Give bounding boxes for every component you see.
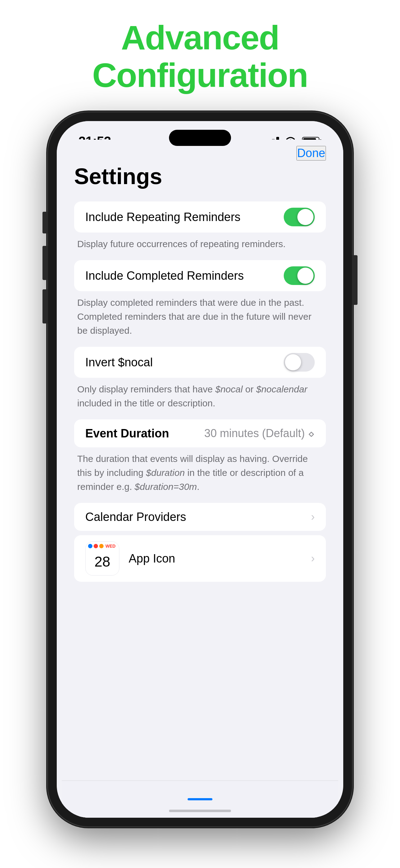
repeating-reminders-card: Include Repeating Reminders xyxy=(74,202,326,232)
invert-nocal-label: Invert $nocal xyxy=(85,356,153,369)
repeating-reminders-description: Display future occurrences of repeating … xyxy=(74,237,326,251)
settings-sheet: Done Settings Include Repeating Reminder… xyxy=(62,140,338,818)
invert-nocal-row: Invert $nocal xyxy=(85,347,315,378)
app-icon-label: App Icon xyxy=(129,552,175,565)
bottom-tab-bar xyxy=(62,780,338,818)
invert-nocal-description: Only display reminders that have $nocal … xyxy=(74,382,326,410)
home-indicator xyxy=(169,810,231,812)
event-duration-description: The duration that events will display as… xyxy=(74,452,326,494)
completed-reminders-description: Display completed reminders that were du… xyxy=(74,296,326,337)
calendar-providers-card[interactable]: Calendar Providers › xyxy=(74,503,326,531)
chevron-right-icon: › xyxy=(311,510,315,523)
completed-reminders-card: Include Completed Reminders xyxy=(74,260,326,291)
calendar-providers-row[interactable]: Calendar Providers › xyxy=(85,503,315,531)
settings-heading: Settings xyxy=(74,164,326,189)
invert-nocal-card: Invert $nocal xyxy=(74,347,326,378)
cal-dot-orange xyxy=(99,544,104,548)
volume-down-button[interactable] xyxy=(42,289,48,323)
invert-nocal-toggle[interactable] xyxy=(284,353,315,372)
silent-button[interactable] xyxy=(42,212,48,234)
app-icon-card[interactable]: WED 28 App Icon › xyxy=(74,535,326,582)
event-duration-row[interactable]: Event Duration 30 minutes (Default) xyxy=(85,420,315,447)
repeating-reminders-toggle[interactable] xyxy=(284,208,315,226)
completed-reminders-label: Include Completed Reminders xyxy=(85,269,244,282)
done-button[interactable]: Done xyxy=(296,146,326,160)
app-icon-image: WED 28 xyxy=(85,541,120,576)
toggle-thumb-3 xyxy=(285,354,301,370)
tab-indicator xyxy=(188,798,212,800)
completed-reminders-toggle[interactable] xyxy=(284,266,315,285)
repeating-reminders-label: Include Repeating Reminders xyxy=(85,211,241,224)
event-duration-card: Event Duration 30 minutes (Default) xyxy=(74,420,326,447)
phone-device: 21:52 xyxy=(48,113,352,827)
cal-day-number: 28 xyxy=(94,554,110,569)
phone-screen: 21:52 xyxy=(57,121,343,818)
app-icon-content: WED 28 App Icon xyxy=(85,541,175,576)
calendar-providers-label: Calendar Providers xyxy=(85,510,186,524)
dynamic-island xyxy=(169,130,231,146)
cal-wed-label: WED xyxy=(105,544,116,549)
completed-reminders-row: Include Completed Reminders xyxy=(85,260,315,291)
event-duration-value: 30 minutes (Default) xyxy=(204,427,315,440)
volume-up-button[interactable] xyxy=(42,246,48,280)
repeating-reminders-row: Include Repeating Reminders xyxy=(85,202,315,232)
cal-dot-blue xyxy=(88,544,92,548)
toggle-thumb-2 xyxy=(297,268,313,284)
page-title: Advanced Configuration xyxy=(92,19,308,94)
updown-chevron-icon xyxy=(308,430,315,437)
power-button[interactable] xyxy=(352,255,358,305)
app-icon-row[interactable]: WED 28 App Icon › xyxy=(85,535,315,582)
event-duration-label: Event Duration xyxy=(85,427,169,440)
cal-dot-red xyxy=(94,544,98,548)
toggle-thumb xyxy=(297,209,313,225)
app-icon-chevron-icon: › xyxy=(311,552,315,565)
